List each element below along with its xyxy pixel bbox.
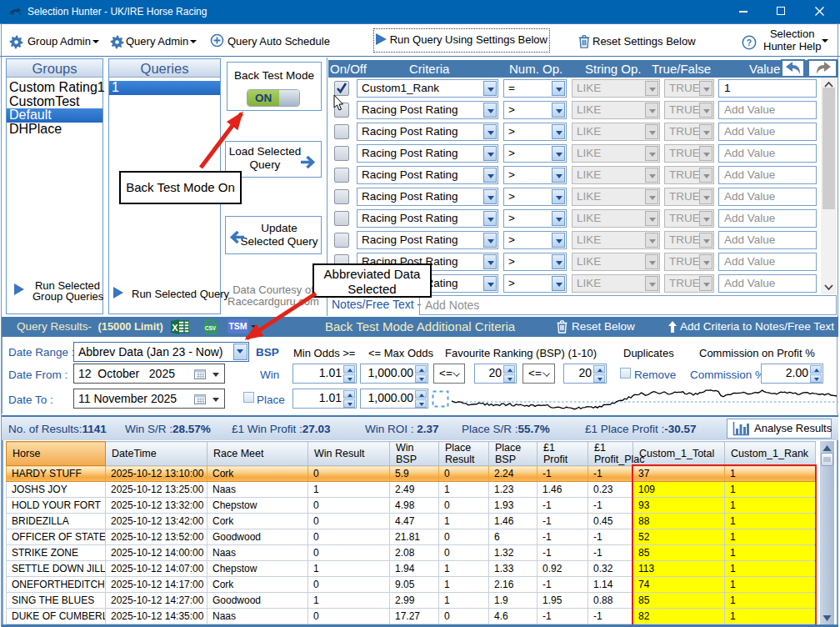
svg-text:?: ? [747, 38, 752, 48]
svg-text:CSV: CSV [205, 325, 217, 331]
svg-text:X: X [172, 323, 178, 333]
